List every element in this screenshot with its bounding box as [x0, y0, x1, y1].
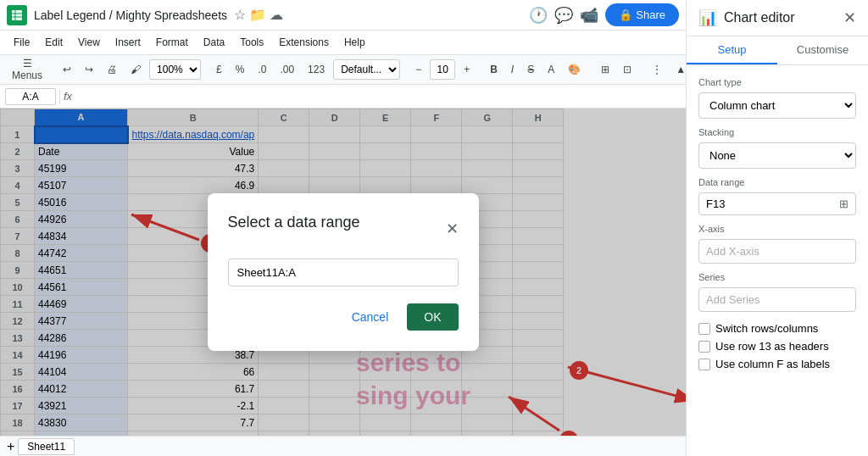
checkbox-switch-rows-box[interactable] [698, 323, 710, 335]
top-bar: Label Legend / Mighty Spreadsheets ☆ 📁 ☁… [0, 0, 686, 31]
sheet-bar: + Sheet11 [0, 436, 686, 456]
dialog-ok-button[interactable]: OK [407, 303, 458, 331]
menu-help[interactable]: Help [337, 35, 372, 50]
checkbox-use-col-box[interactable] [698, 359, 710, 370]
menu-format[interactable]: Format [149, 35, 195, 50]
format-num-btn[interactable]: 123 [303, 61, 330, 78]
chart-type-label: Chart type [698, 77, 856, 87]
merge-btn[interactable]: ⊡ [618, 61, 637, 78]
menus-btn[interactable]: ☰ Menus [7, 55, 47, 84]
dialog-overlay: Select a data range ✕ Cancel OK [0, 108, 686, 436]
data-range-grid-icon[interactable]: ⊞ [839, 197, 849, 210]
formula-bar: fx [0, 85, 686, 108]
dialog-close-button[interactable]: ✕ [446, 220, 459, 238]
fx-label: fx [64, 90, 72, 103]
dialog-title: Select a data range [228, 214, 360, 231]
stacking-dropdown[interactable]: None Stacked 100% Stacked [698, 142, 856, 169]
menu-data[interactable]: Data [197, 35, 231, 50]
chart-editor-panel: 📊 Chart editor ✕ Setup Customise Chart t… [686, 0, 868, 456]
menu-extensions[interactable]: Extensions [272, 35, 336, 50]
x-axis-add[interactable]: Add X-axis [698, 239, 856, 264]
strikethrough-btn[interactable]: S [522, 61, 539, 78]
collapse-btn[interactable]: ▲ [670, 61, 686, 78]
checkbox-use-row-box[interactable] [698, 341, 710, 353]
menu-file[interactable]: File [7, 35, 36, 50]
stacking-label: Stacking [698, 127, 856, 137]
checkbox-use-row-label: Use row 13 as headers [715, 340, 829, 353]
zoom-dropdown[interactable]: 100% [149, 59, 201, 80]
call-icon[interactable]: 📹 [580, 6, 598, 25]
menu-insert[interactable]: Insert [108, 35, 147, 50]
font-size-dec[interactable]: − [410, 61, 426, 78]
redo-btn[interactable]: ↪ [80, 61, 98, 78]
bold-btn[interactable]: B [485, 61, 503, 78]
cell-reference-input[interactable] [5, 88, 56, 105]
spreadsheet-container: A B C D E F G H 1https://data.nasdaq.com… [0, 108, 686, 436]
sheet-tab-1[interactable]: Sheet11 [18, 438, 75, 455]
more-btn[interactable]: ⋮ [647, 61, 667, 78]
font-dropdown[interactable]: Default... [333, 59, 400, 80]
chart-editor-icon: 📊 [698, 8, 717, 27]
toolbar: ☰ Menus ↩ ↪ 🖨 🖌 100% £ % .0 .00 123 Defa… [0, 54, 686, 85]
cloud-icon[interactable]: ☁ [270, 7, 283, 23]
menu-bar: File Edit View Insert Format Data Tools … [0, 31, 686, 54]
chart-type-dropdown[interactable]: Column chart Bar chart Line chart Pie ch… [698, 92, 856, 119]
dialog-cancel-button[interactable]: Cancel [342, 303, 399, 331]
lock-icon: 🔒 [619, 8, 632, 21]
doc-title: Label Legend / Mighty Spreadsheets [34, 8, 227, 22]
star-icon[interactable]: ☆ [234, 7, 246, 23]
data-range-input[interactable] [228, 259, 459, 286]
panel-tabs: Setup Customise [687, 36, 868, 65]
svg-rect-0 [12, 10, 22, 20]
data-range-label: Data range [698, 177, 856, 187]
x-axis-label: X-axis [698, 224, 856, 234]
series-label: Series [698, 272, 856, 282]
italic-btn[interactable]: I [506, 61, 519, 78]
folder-icon[interactable]: 📁 [249, 7, 266, 23]
checkbox-use-row-headers[interactable]: Use row 13 as headers [698, 340, 856, 353]
add-sheet-btn[interactable]: + [7, 439, 14, 454]
print-btn[interactable]: 🖨 [102, 61, 122, 78]
panel-body: Chart type Column chart Bar chart Line c… [687, 65, 868, 456]
title-icons: ☆ 📁 ☁ [234, 7, 283, 23]
data-range-value: F13 [706, 197, 839, 210]
fill-color-btn[interactable]: 🎨 [563, 61, 586, 78]
font-color-btn[interactable]: A [542, 61, 559, 78]
checkbox-use-col-labels[interactable]: Use column F as labels [698, 358, 856, 370]
font-size-inc[interactable]: + [459, 61, 475, 78]
menu-view[interactable]: View [71, 35, 107, 50]
checkbox-use-col-label: Use column F as labels [715, 358, 830, 370]
decimal-inc-btn[interactable]: .00 [275, 61, 299, 78]
formula-divider [59, 89, 60, 104]
paint-btn[interactable]: 🖌 [125, 61, 146, 78]
undo-btn[interactable]: ↩ [58, 61, 76, 78]
panel-header: 📊 Chart editor ✕ [687, 0, 868, 36]
data-range-dialog: Select a data range ✕ Cancel OK [208, 193, 479, 351]
tab-customise[interactable]: Customise [777, 36, 868, 64]
top-right-actions: 🕐 💬 📹 🔒 Share [529, 3, 679, 26]
percent-btn[interactable]: % [231, 61, 250, 78]
panel-close-button[interactable]: ✕ [843, 8, 856, 27]
panel-title: Chart editor [724, 10, 795, 25]
menu-edit[interactable]: Edit [38, 35, 70, 50]
tab-setup[interactable]: Setup [687, 36, 777, 64]
app-icon [7, 5, 27, 25]
decimal-dec-btn[interactable]: .0 [253, 61, 271, 78]
formula-input[interactable] [75, 90, 681, 103]
menu-tools[interactable]: Tools [233, 35, 270, 50]
checkbox-switch-rows-label: Switch rows/columns [715, 322, 818, 335]
series-add[interactable]: Add Series [698, 287, 856, 312]
checkbox-switch-rows[interactable]: Switch rows/columns [698, 322, 856, 335]
history-icon[interactable]: 🕐 [529, 6, 548, 25]
currency-btn[interactable]: £ [211, 61, 227, 78]
borders-btn[interactable]: ⊞ [596, 61, 615, 78]
font-size-input[interactable] [430, 59, 455, 80]
comment-icon[interactable]: 💬 [554, 6, 573, 25]
dialog-actions: Cancel OK [228, 303, 459, 331]
share-button[interactable]: 🔒 Share [605, 3, 679, 26]
